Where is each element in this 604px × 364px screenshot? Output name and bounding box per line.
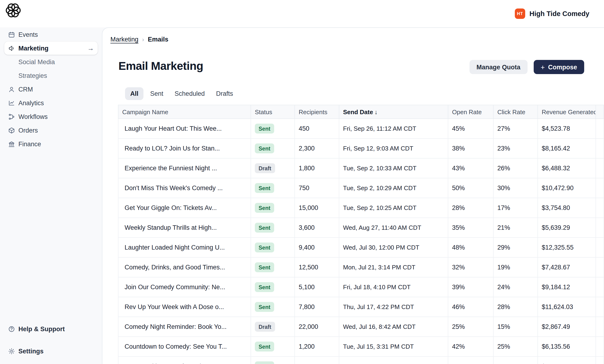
sidebar-item-label: Social Media <box>18 58 55 65</box>
sidebar-item-label: Marketing <box>18 45 49 52</box>
table-row[interactable]: Countdown to Comedy: See You T...Sent1,2… <box>118 337 604 356</box>
campaign-name-cell: Laughter Loaded Night Coming U... <box>118 238 251 257</box>
status-cell: Sent <box>251 178 295 198</box>
sidebar-item-strategies[interactable]: Strategies <box>4 69 98 82</box>
breadcrumb-link-marketing[interactable]: Marketing <box>110 36 138 43</box>
sidebar-item-analytics[interactable]: Analytics <box>4 96 98 110</box>
extra-cell <box>596 297 604 317</box>
tab-drafts[interactable]: Drafts <box>211 87 238 100</box>
column-header-status[interactable]: Status <box>251 105 295 119</box>
send-date-cell: Tue, Sep 2, 10:29 AM CDT <box>339 178 448 198</box>
table-row[interactable]: Comedy Night Reminder: Book Yo...Draft22… <box>118 317 604 337</box>
table-row[interactable]: Laugh Your Heart Out: This Wee...Sent450… <box>118 119 604 138</box>
column-header-open-rate[interactable]: Open Rate <box>448 105 493 119</box>
table-row[interactable]: Experience the Funniest Night ...Draft1,… <box>118 158 604 178</box>
column-header-send-date[interactable]: Send Date↓ <box>339 105 448 119</box>
revenue-cell: $10,472.90 <box>538 178 596 198</box>
tab-all[interactable]: All <box>125 87 144 100</box>
open-rate-cell: 42% <box>448 337 493 356</box>
column-header-recipients[interactable]: Recipients <box>295 105 339 119</box>
compose-button[interactable]: + Compose <box>533 60 584 74</box>
orders-icon <box>8 127 15 134</box>
campaign-name-cell: Comedy, Drinks, and Good Times... <box>118 257 251 277</box>
table-row[interactable]: Don't Miss This Week's Comedy ...Sent750… <box>118 178 604 198</box>
tab-sent[interactable]: Sent <box>146 87 168 100</box>
megaphone-icon <box>8 45 15 52</box>
status-badge: Sent <box>255 203 274 213</box>
table-row[interactable]: Join Our Comedy Community: Ne...Sent5,10… <box>118 277 604 297</box>
click-rate-cell: 21% <box>493 218 538 238</box>
status-cell: Sent <box>251 337 295 356</box>
click-rate-cell: 26% <box>493 158 538 178</box>
table-body: Laugh Your Heart Out: This Wee...Sent450… <box>118 119 604 364</box>
sidebar-item-crm[interactable]: CRM <box>4 83 98 96</box>
status-badge: Sent <box>255 342 274 351</box>
column-header-click-rate[interactable]: Click Rate <box>493 105 538 119</box>
click-rate-cell: 27% <box>493 119 538 138</box>
send-date-cell: Mon, Jul 21, 3:14 PM CDT <box>339 257 448 277</box>
recipients-cell: 850 <box>295 356 339 364</box>
extra-cell <box>596 337 604 356</box>
table-row[interactable]: Comedy, Drinks, and Good Times...Sent12,… <box>118 257 604 277</box>
sidebar-item-label: CRM <box>18 86 33 93</box>
send-date-cell: Fri, Sep 26, 11:12 AM CDT <box>339 119 448 138</box>
sidebar: EventsMarketing→Social MediaStrategiesCR… <box>0 27 102 364</box>
extra-cell <box>596 178 604 198</box>
click-rate-cell: 24% <box>493 356 538 364</box>
campaign-name-cell: Join Our Comedy Community: Ne... <box>118 277 251 297</box>
recipients-cell: 450 <box>295 119 339 138</box>
status-badge: Sent <box>255 361 274 364</box>
open-rate-cell: 28% <box>448 198 493 218</box>
main-content: Marketing › Emails Email Marketing Manag… <box>102 27 604 364</box>
sidebar-item-workflows[interactable]: Workflows <box>4 110 98 123</box>
status-cell: Sent <box>251 198 295 218</box>
campaign-table: Campaign NameStatusRecipientsSend Date↓O… <box>118 105 604 364</box>
sidebar-item-social-media[interactable]: Social Media <box>4 55 98 68</box>
table-row[interactable]: Weekly Standup Thrills at High...Sent3,6… <box>118 218 604 238</box>
table-row[interactable]: Rev Up Your Week with A Dose o...Sent7,8… <box>118 297 604 317</box>
extra-cell <box>596 119 604 138</box>
sidebar-item-label: Help & Support <box>18 326 65 333</box>
send-date-cell: Fri, Sep 12, 9:03 AM CDT <box>339 138 448 158</box>
open-rate-cell: 45% <box>448 119 493 138</box>
chevron-right-icon: › <box>142 36 144 43</box>
click-rate-cell: 28% <box>493 297 538 317</box>
tabs: AllSentScheduledDrafts <box>125 87 238 100</box>
table-row[interactable]: Get Your Giggle On: Tickets Av...Sent15,… <box>118 198 604 218</box>
campaign-name-cell: Don't Miss This Week's Comedy ... <box>118 178 251 198</box>
sidebar-item-help-support[interactable]: Help & Support <box>4 323 98 336</box>
table-row[interactable]: Laughter Loaded Night Coming U...Sent9,4… <box>118 238 604 257</box>
send-date-cell: Fri, Jul 18, 4:10 PM CDT <box>339 277 448 297</box>
column-header-revenue-generated[interactable]: Revenue Generated <box>538 105 596 119</box>
status-cell: Draft <box>251 158 295 178</box>
org-avatar: HT <box>515 9 525 19</box>
sidebar-item-settings[interactable]: Settings <box>4 345 98 358</box>
status-cell: Sent <box>251 277 295 297</box>
manage-quota-button[interactable]: Manage Quota <box>469 60 527 74</box>
extra-cell <box>596 238 604 257</box>
table-row[interactable]: Your Weekly Dose of Laughs...Sent850Mon,… <box>118 356 604 364</box>
sidebar-item-events[interactable]: Events <box>4 28 98 41</box>
column-header-campaign-name[interactable]: Campaign Name <box>118 105 251 119</box>
sidebar-item-marketing[interactable]: Marketing→ <box>4 41 98 55</box>
sidebar-item-label: Strategies <box>18 72 47 79</box>
table-row[interactable]: Ready to LOL? Join Us for Stan...Sent2,3… <box>118 138 604 158</box>
extra-cell <box>596 158 604 178</box>
campaign-name-cell: Get Your Giggle On: Tickets Av... <box>118 198 251 218</box>
click-rate-cell: 24% <box>493 277 538 297</box>
recipients-cell: 5,100 <box>295 277 339 297</box>
table-header-row: Campaign NameStatusRecipientsSend Date↓O… <box>118 105 604 119</box>
open-rate-cell: 39% <box>448 277 493 297</box>
sidebar-item-finance[interactable]: Finance <box>4 137 98 151</box>
arrow-right-icon: → <box>87 44 94 52</box>
campaign-name-cell: Countdown to Comedy: See You T... <box>118 337 251 356</box>
sidebar-item-label: Events <box>18 31 38 38</box>
bank-icon <box>8 140 15 148</box>
sidebar-item-orders[interactable]: Orders <box>4 124 98 137</box>
app-logo-icon[interactable] <box>4 1 22 19</box>
account-menu[interactable]: HT High Tide Comedy <box>515 0 589 27</box>
send-date-cell: Tue, Sep 2, 10:33 AM CDT <box>339 158 448 178</box>
tab-scheduled[interactable]: Scheduled <box>170 87 210 100</box>
column-header-extra <box>596 105 604 119</box>
recipients-cell: 1,800 <box>295 158 339 178</box>
